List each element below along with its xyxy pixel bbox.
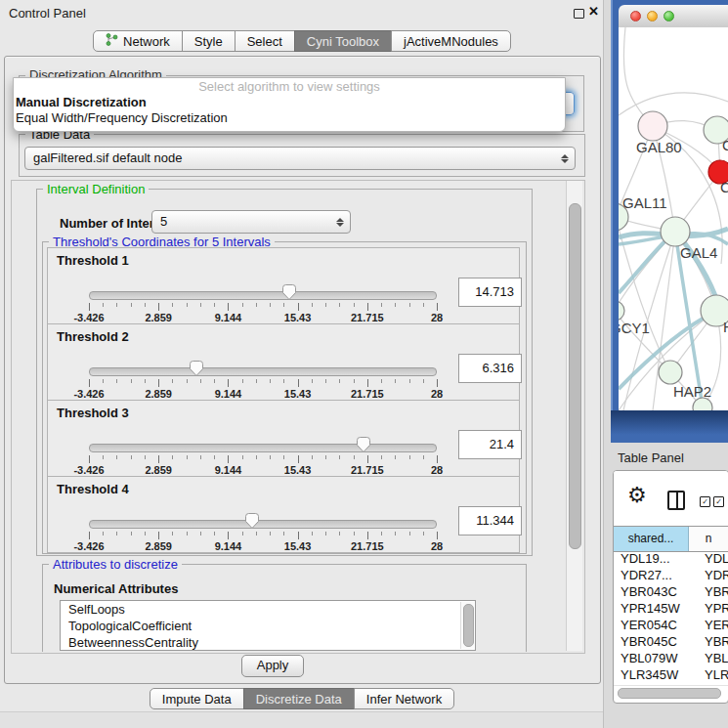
tick-mark xyxy=(145,532,146,535)
tick-mark xyxy=(200,303,201,307)
threshold-row-3: Threshold 3-3.4262.8599.14415.4321.71528… xyxy=(47,400,520,477)
tab-impute-data[interactable]: Impute Data xyxy=(150,688,244,709)
column-header-name[interactable]: n xyxy=(689,527,728,551)
node-gal4[interactable] xyxy=(661,217,690,246)
screenshot-stage: Control Panel ✕ NetworkStyleSelectCyni T… xyxy=(0,0,728,728)
tick-mark xyxy=(339,379,340,383)
table-row[interactable]: YER054CYER0 xyxy=(614,618,728,634)
column-header-shared-name[interactable]: shared... xyxy=(614,527,689,551)
panel-title: Control Panel xyxy=(9,6,86,21)
tick-mark xyxy=(423,379,424,383)
checkbox-icon[interactable]: ✓ xyxy=(700,496,710,507)
table-row[interactable]: YBL079WYBL0 xyxy=(614,651,728,667)
node-gcy1[interactable] xyxy=(619,301,624,321)
slider-thumb[interactable] xyxy=(356,436,371,453)
close-icon[interactable]: ✕ xyxy=(588,4,599,19)
algorithm-placeholder[interactable]: Select algorithm to view settings xyxy=(14,78,565,95)
table-row[interactable]: YBR045CYBR0 xyxy=(614,634,728,651)
node-hap2[interactable] xyxy=(659,361,682,384)
float-window-icon[interactable] xyxy=(574,9,584,19)
tick-mark xyxy=(325,532,326,535)
tick-label: -3.426 xyxy=(73,388,104,400)
threshold-slider[interactable]: -3.4262.8599.14415.4321.71528 xyxy=(89,512,437,551)
mac-minimize-button[interactable] xyxy=(647,11,658,21)
threshold-value-field[interactable]: 21.4 xyxy=(458,430,522,459)
tab-discretize-data[interactable]: Discretize Data xyxy=(243,688,355,709)
table-row[interactable]: YBR043CYBR0 xyxy=(614,584,728,601)
tick-mark xyxy=(354,455,355,459)
table-data-combobox[interactable]: galFiltered.sif default node xyxy=(24,147,576,170)
tick-mark xyxy=(354,379,355,383)
tick-mark xyxy=(89,379,90,387)
tick-mark xyxy=(395,379,396,383)
tick-mark xyxy=(423,303,424,307)
mac-close-button[interactable] xyxy=(630,11,641,21)
node-gal80[interactable] xyxy=(638,111,667,141)
tick-mark xyxy=(228,379,229,387)
tick-label: -3.426 xyxy=(73,312,104,323)
threshold-slider[interactable]: -3.4262.8599.14415.4321.71528 xyxy=(89,360,437,399)
checkbox-icon[interactable]: ✓ xyxy=(713,496,724,507)
attribute-item-selfloops[interactable]: SelfLoops xyxy=(61,601,475,618)
tick-mark xyxy=(158,532,159,539)
cell-shared-name: YDL19... xyxy=(614,551,695,568)
slider-thumb[interactable] xyxy=(189,360,204,377)
tick-mark xyxy=(89,303,90,311)
table-row[interactable]: YDR27...YDR2 xyxy=(614,568,728,584)
algorithm-option-manual-discretization[interactable]: Manual Discretization xyxy=(14,95,565,110)
vertical-scrollbar-thumb[interactable] xyxy=(569,203,581,549)
tick-mark xyxy=(187,532,188,535)
tick-label: 9.144 xyxy=(215,464,242,476)
tick-label: 15.43 xyxy=(284,312,312,323)
tick-label: -3.426 xyxy=(73,464,104,476)
table-row[interactable]: YPR145WYPR1 xyxy=(614,601,728,618)
gear-icon[interactable]: ⚙ xyxy=(627,485,647,506)
tab-network[interactable]: Network xyxy=(93,30,183,52)
apply-button[interactable]: Apply xyxy=(241,655,304,677)
cell-name: YDL1 xyxy=(695,551,728,568)
tick-mark xyxy=(116,379,117,383)
cell-name: YBR0 xyxy=(695,634,728,651)
node-label: C xyxy=(720,179,728,195)
spinner-arrows-icon xyxy=(561,148,569,169)
table-row[interactable]: YDL19...YDL1 xyxy=(614,551,728,568)
tick-mark xyxy=(325,379,326,383)
tick-mark xyxy=(423,532,424,535)
attribute-item-topologicalcoefficient[interactable]: TopologicalCoefficient xyxy=(61,618,475,634)
threshold-slider[interactable]: -3.4262.8599.14415.4321.71528 xyxy=(89,283,437,322)
threshold-value-field[interactable]: 11.344 xyxy=(458,506,522,535)
threshold-value-field[interactable]: 6.316 xyxy=(458,354,522,383)
threshold-slider[interactable]: -3.4262.8599.14415.4321.71528 xyxy=(89,436,437,475)
panel-divider[interactable] xyxy=(603,0,604,728)
horizontal-scrollbar[interactable] xyxy=(614,685,728,700)
slider-ticks xyxy=(89,303,437,311)
tab-cyni-toolbox[interactable]: Cyni Toolbox xyxy=(294,30,392,52)
tick-mark xyxy=(172,379,173,383)
tab-style[interactable]: Style xyxy=(182,30,236,52)
tick-mark xyxy=(298,455,299,463)
attributes-scrollbar[interactable] xyxy=(460,602,474,649)
slider-thumb[interactable] xyxy=(281,283,297,301)
numerical-attributes-list[interactable]: SelfLoopsTopologicalCoefficientBetweenne… xyxy=(60,600,476,651)
table-row[interactable]: YLR345WYLR3 xyxy=(614,667,728,684)
tick-mark xyxy=(172,455,173,459)
mac-zoom-button[interactable] xyxy=(664,11,674,21)
number-of-intervals-combobox[interactable]: 5 xyxy=(151,210,351,234)
tab-infer-network[interactable]: Infer Network xyxy=(354,688,454,709)
tab-select[interactable]: Select xyxy=(235,30,295,52)
attribute-item-betweennesscentrality[interactable]: BetweennessCentrality xyxy=(61,634,475,651)
network-canvas[interactable]: GAL80 G C GAL11 GAL4 GCY1 H HAP2 xyxy=(619,27,728,410)
interval-definition-title: Interval Definition xyxy=(43,182,149,196)
threshold-value-field[interactable]: 14.713 xyxy=(458,278,522,307)
algorithm-option-equal-width-frequency-discretization[interactable]: Equal Width/Frequency Discretization xyxy=(14,110,565,126)
column-layout-icon[interactable] xyxy=(667,491,685,510)
tick-mark xyxy=(145,379,146,383)
tick-mark xyxy=(242,455,243,459)
tab-jactivemnodules[interactable]: jActiveMNodules xyxy=(391,30,511,52)
tick-mark xyxy=(312,303,313,307)
slider-thumb[interactable] xyxy=(244,512,260,530)
threshold-row-4: Threshold 4-3.4262.8599.14415.4321.71528… xyxy=(47,476,520,553)
node-label: GAL80 xyxy=(636,139,682,155)
network-window-titlebar[interactable] xyxy=(619,5,728,28)
node-label: H xyxy=(723,319,728,335)
